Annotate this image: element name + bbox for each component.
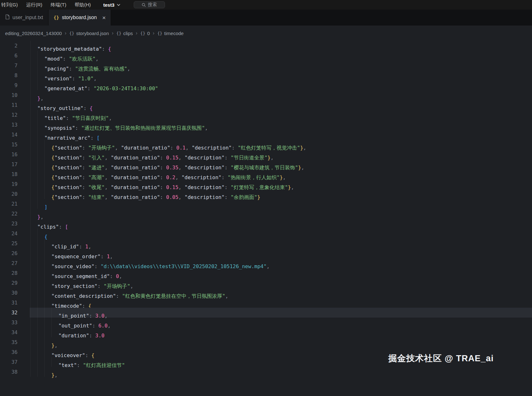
code-content[interactable]: {"section": "引入", "duration_ratio": 0.15… — [30, 150, 532, 159]
line-number[interactable]: 20 — [0, 189, 30, 199]
code-line[interactable]: 21] — [0, 199, 532, 209]
line-number[interactable]: 15 — [0, 140, 30, 150]
code-line[interactable]: 30"content_description": "红色和黄色灯笼悬挂在空中，节… — [0, 288, 532, 298]
code-content[interactable]: "generated_at": "2026-03-24T14:30:00" — [30, 80, 532, 90]
code-line[interactable]: 38}, — [0, 367, 532, 377]
line-number[interactable]: 28 — [0, 268, 30, 278]
line-number[interactable]: 32 — [0, 308, 30, 318]
code-content[interactable]: }, — [30, 90, 532, 100]
code-content[interactable]: "duration": 3.0 — [30, 327, 532, 337]
code-line[interactable]: 13"synopsis": "通过红灯笼、节日装饰和热闹街景展现节日喜庆氛围", — [0, 120, 532, 130]
tab-storyboard-json[interactable]: {}storyboard.json× — [49, 10, 111, 26]
code-line[interactable]: 8"version": "1.0", — [0, 70, 532, 80]
code-line[interactable]: 7"pacing": "连贯流畅、富有动感", — [0, 61, 532, 70]
code-line[interactable]: 20{"section": "结束", "duration_ratio": 0.… — [0, 189, 532, 199]
code-line[interactable]: 32"in_point": 3.0, — [0, 308, 532, 318]
line-number[interactable]: 24 — [0, 229, 30, 238]
line-number[interactable]: 38 — [0, 367, 30, 377]
code-line[interactable]: 33"out_point": 6.0, — [0, 318, 532, 327]
line-number[interactable]: 6 — [0, 51, 30, 61]
line-number[interactable]: 10 — [0, 90, 30, 100]
code-content[interactable]: "storyboard_metadata": { — [30, 41, 532, 51]
line-number[interactable]: 21 — [0, 199, 30, 209]
code-content[interactable]: "sequence_order": 1, — [30, 248, 532, 258]
code-content[interactable]: "version": "1.0", — [30, 70, 532, 80]
menu-item[interactable]: 运行(R) — [22, 0, 47, 10]
line-number[interactable]: 11 — [0, 100, 30, 110]
line-number[interactable]: 36 — [0, 347, 30, 357]
code-content[interactable]: "narrative_arc": [ — [30, 130, 532, 140]
code-line[interactable]: 9"generated_at": "2026-03-24T14:30:00" — [0, 80, 532, 90]
code-content[interactable]: "timecode": { — [30, 298, 532, 308]
line-number[interactable]: 37 — [0, 357, 30, 367]
code-content[interactable]: {"section": "开场钩子", "duration_ratio": 0.… — [30, 140, 532, 150]
line-number[interactable]: 9 — [0, 80, 30, 90]
code-content[interactable]: "in_point": 3.0, — [30, 308, 532, 318]
breadcrumb-item[interactable]: {}0 — [140, 31, 150, 36]
code-line[interactable]: 12"title": "节日喜庆时刻", — [0, 110, 532, 120]
code-line[interactable]: 24{ — [0, 229, 532, 238]
line-number[interactable]: 25 — [0, 238, 30, 248]
code-content[interactable]: "content_description": "红色和黄色灯笼悬挂在空中，节日氛… — [30, 288, 532, 298]
line-number[interactable]: 34 — [0, 327, 30, 337]
line-number[interactable]: 31 — [0, 298, 30, 308]
code-line[interactable]: 10}, — [0, 90, 532, 100]
line-number[interactable]: 19 — [0, 179, 30, 189]
code-content[interactable]: }, — [30, 337, 532, 347]
code-content[interactable]: "story_section": "开场钩子", — [30, 278, 532, 288]
code-content[interactable]: "out_point": 6.0, — [30, 318, 532, 327]
line-number[interactable]: 29 — [0, 278, 30, 288]
code-line[interactable]: 15{"section": "开场钩子", "duration_ratio": … — [0, 140, 532, 150]
line-number[interactable]: 23 — [0, 219, 30, 229]
close-icon[interactable]: × — [102, 15, 106, 21]
code-content[interactable]: "mood": "欢乐活跃", — [30, 51, 532, 61]
line-number[interactable]: 18 — [0, 169, 30, 179]
code-content[interactable]: {"section": "递进", "duration_ratio": 0.35… — [30, 159, 532, 169]
code-line[interactable]: 23"clips": [ — [0, 219, 532, 229]
code-content[interactable]: "title": "节日喜庆时刻", — [30, 110, 532, 120]
code-content[interactable]: "synopsis": "通过红灯笼、节日装饰和热闹街景展现节日喜庆氛围", — [30, 120, 532, 130]
line-number[interactable]: 13 — [0, 120, 30, 130]
code-line[interactable]: 27"source_video": "d:\\data\\videos\\tes… — [0, 258, 532, 268]
code-line[interactable]: 17{"section": "递进", "duration_ratio": 0.… — [0, 159, 532, 169]
breadcrumb-item[interactable]: {}clips — [116, 31, 133, 36]
code-content[interactable]: "clips": [ — [30, 219, 532, 229]
code-content[interactable]: "story_outline": { — [30, 100, 532, 110]
code-content[interactable]: {"section": "结束", "duration_ratio": 0.05… — [30, 189, 532, 199]
line-number[interactable]: 17 — [0, 159, 30, 169]
line-number[interactable]: 16 — [0, 150, 30, 159]
line-number[interactable]: 7 — [0, 61, 30, 70]
code-line[interactable]: 28"source_segment_id": 0, — [0, 268, 532, 278]
code-line[interactable]: 6"mood": "欢乐活跃", — [0, 51, 532, 61]
breadcrumb-item[interactable]: {}timecode — [157, 31, 184, 36]
code-content[interactable]: "source_video": "d:\\data\\videos\\test3… — [30, 258, 532, 268]
line-number[interactable]: 30 — [0, 288, 30, 298]
code-line[interactable]: 35}, — [0, 337, 532, 347]
code-line[interactable]: 25"clip_id": 1, — [0, 238, 532, 248]
code-line[interactable]: 29"story_section": "开场钩子", — [0, 278, 532, 288]
line-number[interactable]: 8 — [0, 70, 30, 80]
code-line[interactable]: 34"duration": 3.0 — [0, 327, 532, 337]
code-line[interactable]: 19{"section": "收尾", "duration_ratio": 0.… — [0, 179, 532, 189]
code-line[interactable]: 26"sequence_order": 1, — [0, 248, 532, 258]
line-number[interactable]: 2 — [0, 41, 30, 51]
menu-item[interactable]: 终端(T) — [47, 0, 71, 10]
line-number[interactable]: 26 — [0, 248, 30, 258]
line-number[interactable]: 27 — [0, 258, 30, 268]
breadcrumb-item[interactable]: {}storyboard.json — [69, 31, 109, 36]
line-number[interactable]: 12 — [0, 110, 30, 120]
code-line[interactable]: 22}, — [0, 209, 532, 219]
code-line[interactable]: 14"narrative_arc": [ — [0, 130, 532, 140]
menu-item[interactable]: 帮助(H) — [71, 0, 95, 10]
workspace-selector[interactable]: test3 — [101, 0, 123, 10]
code-line[interactable]: 11"story_outline": { — [0, 100, 532, 110]
line-number[interactable]: 14 — [0, 130, 30, 140]
breadcrumb-item[interactable]: editing_20260324_143000 — [5, 31, 62, 36]
code-line[interactable]: 2"storyboard_metadata": { — [0, 41, 532, 51]
tab-user-input-txt[interactable]: user_input.txt — [0, 10, 49, 26]
code-content[interactable]: {"section": "高潮", "duration_ratio": 0.2,… — [30, 169, 532, 179]
code-content[interactable]: {"section": "收尾", "duration_ratio": 0.15… — [30, 179, 532, 189]
code-content[interactable]: }, — [30, 367, 532, 377]
code-line[interactable]: 31"timecode": { — [0, 298, 532, 308]
code-line[interactable]: 16{"section": "引入", "duration_ratio": 0.… — [0, 150, 532, 159]
